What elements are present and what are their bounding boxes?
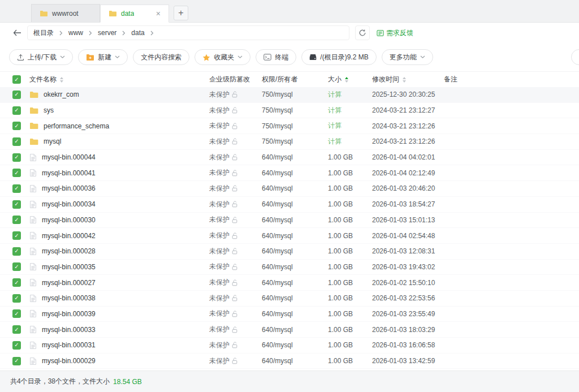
table-row[interactable]: ✓mysql-bin.000036未保护640/mysql1.00 GB2026… (0, 181, 579, 197)
permission-owner[interactable]: 640/mysql (262, 294, 328, 302)
more-button[interactable]: 更多功能 (382, 49, 433, 65)
row-checkbox[interactable]: ✓ (12, 153, 21, 162)
table-row[interactable]: ✓mysql未保护750/mysql计算2024-03-21 23:12:26 (0, 134, 579, 150)
row-checkbox[interactable]: ✓ (12, 122, 21, 130)
tab-data[interactable]: data × (100, 5, 169, 23)
table-row[interactable]: ✓mysql-bin.000035未保护640/mysql1.00 GB2026… (0, 260, 579, 275)
table-row[interactable]: ✓sys未保护750/mysql计算2024-03-21 23:12:27 (0, 103, 579, 119)
terminal-button[interactable]: 终端 (256, 49, 296, 65)
calculate-size-link[interactable]: 计算 (328, 122, 342, 130)
table-row[interactable]: ✓mysql-bin.000031未保护640/mysql1.00 GB2026… (0, 338, 579, 354)
table-row[interactable]: ✓performance_schema未保护750/mysql计算2024-03… (0, 118, 579, 134)
row-checkbox[interactable]: ✓ (12, 309, 21, 318)
permission-owner[interactable]: 750/mysql (262, 122, 328, 130)
row-checkbox[interactable]: ✓ (12, 184, 21, 193)
new-button[interactable]: 新建 (78, 49, 128, 65)
file-name[interactable]: mysql-bin.000028 (42, 247, 96, 255)
file-name[interactable]: mysql-bin.000033 (42, 326, 96, 334)
table-row[interactable]: ✓mysql-bin.000044未保护640/mysql1.00 GB2026… (0, 150, 579, 166)
table-row[interactable]: ✓mysql-bin.000039未保护640/mysql1.00 GB2026… (0, 307, 579, 322)
permission-owner[interactable]: 640/mysql (262, 341, 328, 349)
upload-download-button[interactable]: 上传/下载 (9, 49, 73, 65)
folder-name[interactable]: okekrr_com (44, 91, 79, 98)
row-checkbox[interactable]: ✓ (12, 137, 21, 146)
breadcrumb-item-data[interactable]: data (131, 29, 144, 37)
sort-icon[interactable] (60, 77, 63, 83)
tab-wwwroot[interactable]: wwwroot (31, 4, 100, 22)
table-row[interactable]: ✓mysql-bin.000034未保护640/mysql1.00 GB2026… (0, 197, 579, 213)
table-row[interactable]: ✓mysql-bin.000027未保护640/mysql1.00 GB2026… (0, 275, 579, 291)
table-row[interactable]: ✓mysql-bin.000042未保护640/mysql1.00 GB2026… (0, 228, 579, 244)
column-header-size[interactable]: 大小 (328, 75, 372, 84)
permission-owner[interactable]: 750/mysql (262, 91, 328, 98)
file-name[interactable]: mysql-bin.000036 (42, 184, 96, 192)
breadcrumb-item-www[interactable]: www (68, 29, 83, 37)
content-search-button[interactable]: 文件内容搜索 (133, 49, 189, 65)
sort-icon[interactable] (345, 77, 348, 83)
file-name[interactable]: mysql-bin.000038 (42, 294, 96, 302)
back-button[interactable] (9, 26, 25, 40)
row-checkbox[interactable]: ✓ (12, 216, 21, 224)
calculate-size-link[interactable]: 计算 (328, 137, 342, 145)
table-row[interactable]: ✓mysql-bin.000030未保护640/mysql1.00 GB2026… (0, 213, 579, 229)
row-checkbox[interactable]: ✓ (12, 341, 21, 350)
permission-owner[interactable]: 640/mysql (262, 247, 328, 255)
favorites-button[interactable]: 收藏夹 (195, 49, 250, 65)
permission-owner[interactable]: 640/mysql (262, 310, 328, 318)
row-checkbox[interactable]: ✓ (12, 231, 21, 240)
column-header-name[interactable]: 文件名称 (29, 75, 209, 84)
column-header-mtime[interactable]: 修改时间 (372, 75, 444, 84)
file-name[interactable]: mysql-bin.000035 (42, 263, 96, 271)
file-name[interactable]: mysql-bin.000029 (42, 357, 96, 365)
table-row[interactable]: ✓mysql-bin.000041未保护640/mysql1.00 GB2026… (0, 165, 579, 181)
permission-owner[interactable]: 640/mysql (262, 153, 328, 161)
add-tab-button[interactable]: + (174, 6, 188, 20)
close-tab-icon[interactable]: × (156, 10, 161, 18)
permission-owner[interactable]: 640/mysql (262, 232, 328, 240)
permission-owner[interactable]: 640/mysql (262, 326, 328, 334)
calculate-size-link[interactable]: 计算 (328, 106, 342, 114)
file-name[interactable]: mysql-bin.000039 (42, 310, 96, 318)
toolbar-partial-button[interactable] (571, 49, 579, 65)
file-name[interactable]: mysql-bin.000044 (42, 153, 96, 161)
permission-owner[interactable]: 640/mysql (262, 200, 328, 208)
file-name[interactable]: mysql-bin.000042 (42, 232, 96, 240)
row-checkbox[interactable]: ✓ (12, 247, 21, 256)
breadcrumb-item-根目录[interactable]: 根目录 (33, 28, 54, 38)
row-checkbox[interactable]: ✓ (12, 169, 21, 177)
file-name[interactable]: mysql-bin.000041 (42, 169, 96, 177)
table-row[interactable]: ✓mysql-bin.000033未保护640/mysql1.00 GB2026… (0, 322, 579, 338)
row-checkbox[interactable]: ✓ (12, 106, 21, 115)
permission-owner[interactable]: 640/mysql (262, 279, 328, 287)
folder-name[interactable]: mysql (44, 137, 61, 145)
select-all-checkbox[interactable]: ✓ (12, 75, 21, 84)
row-checkbox[interactable]: ✓ (12, 262, 21, 271)
table-row[interactable]: ✓mysql-bin.000028未保护640/mysql1.00 GB2026… (0, 244, 579, 260)
sort-icon[interactable] (403, 77, 406, 83)
file-name[interactable]: mysql-bin.000027 (42, 279, 96, 287)
file-name[interactable]: mysql-bin.000031 (42, 341, 96, 349)
row-checkbox[interactable]: ✓ (12, 200, 21, 209)
permission-owner[interactable]: 750/mysql (262, 137, 328, 145)
row-checkbox[interactable]: ✓ (12, 325, 21, 334)
file-name[interactable]: mysql-bin.000034 (42, 200, 96, 208)
permission-owner[interactable]: 640/mysql (262, 169, 328, 177)
table-row[interactable]: ✓okekrr_com未保护750/mysql计算2025-12-30 20:3… (0, 87, 579, 103)
row-checkbox[interactable]: ✓ (12, 357, 21, 365)
feedback-link[interactable]: 需求反馈 (377, 28, 413, 38)
permission-owner[interactable]: 640/mysql (262, 357, 328, 365)
row-checkbox[interactable]: ✓ (12, 278, 21, 287)
refresh-button[interactable] (355, 25, 370, 40)
permission-owner[interactable]: 640/mysql (262, 216, 328, 224)
table-row[interactable]: ✓mysql-bin.000038未保护640/mysql1.00 GB2026… (0, 291, 579, 307)
table-row[interactable]: ✓mysql-bin.000029未保护640/mysql1.00 GB2026… (0, 354, 579, 369)
permission-owner[interactable]: 640/mysql (262, 263, 328, 271)
row-checkbox[interactable]: ✓ (12, 294, 21, 303)
folder-name[interactable]: sys (44, 106, 54, 114)
permission-owner[interactable]: 750/mysql (262, 106, 328, 114)
breadcrumb-item-server[interactable]: server (98, 29, 116, 37)
row-checkbox[interactable]: ✓ (12, 91, 21, 99)
file-name[interactable]: mysql-bin.000030 (42, 216, 96, 224)
permission-owner[interactable]: 640/mysql (262, 184, 328, 192)
folder-name[interactable]: performance_schema (44, 122, 109, 130)
